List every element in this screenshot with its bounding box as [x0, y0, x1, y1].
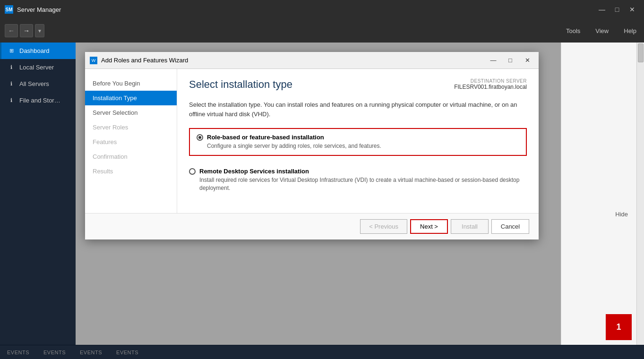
radio-remote-desktop[interactable]: [189, 168, 196, 175]
dialog-minimize-button[interactable]: —: [487, 55, 500, 66]
close-button[interactable]: ✕: [625, 2, 639, 17]
wizard-nav-installation-type[interactable]: Installation Type: [85, 91, 177, 105]
radio-role-based[interactable]: [197, 134, 203, 141]
bottom-bar-events-4: EVENTS: [116, 350, 138, 355]
bottom-bar-events-1: EVENTS: [7, 350, 29, 355]
next-button[interactable]: Next >: [410, 219, 448, 234]
sidebar-label-all-servers: All Servers: [19, 80, 49, 87]
app-icon: SM: [5, 5, 13, 14]
destination-label: DESTINATION SERVER: [454, 78, 527, 84]
wizard-nav-server-selection[interactable]: Server Selection: [85, 105, 177, 120]
minimize-button[interactable]: —: [595, 2, 609, 17]
sidebar-item-file-storage[interactable]: ℹ File and Stor…: [0, 92, 76, 109]
option-role-based-row: Role-based or feature-based installation: [197, 134, 519, 141]
dialog-footer: < Previous Next > Install Cancel: [85, 213, 539, 239]
wizard-header: Select installation type DESTINATION SER…: [189, 78, 527, 91]
dialog-content: Before You Begin Installation Type Serve…: [85, 69, 539, 213]
app-titlebar: SM Server Manager — □ ✕: [0, 0, 644, 19]
dialog-titlebar: W Add Roles and Features Wizard — □ ✕: [85, 52, 539, 69]
option-remote-desktop[interactable]: Remote Desktop Services installation Ins…: [189, 163, 527, 197]
wizard-nav-before-begin[interactable]: Before You Begin: [85, 76, 177, 91]
sidebar-label-dashboard: Dashboard: [19, 47, 50, 54]
sidebar-label-file-storage: File and Stor…: [19, 97, 60, 104]
alert-badge: 1: [606, 314, 632, 340]
server-manager-window: ← → ▼ Tools View Help ⊞ Dashboard ℹ Loca…: [0, 19, 644, 359]
file-storage-icon: ℹ: [8, 97, 15, 104]
dialog-title: Add Roles and Features Wizard: [101, 57, 483, 64]
main-layout: ⊞ Dashboard ℹ Local Server ℹ All Servers…: [0, 43, 644, 345]
option-role-based[interactable]: Role-based or feature-based installation…: [189, 128, 527, 156]
forward-button[interactable]: →: [20, 24, 33, 37]
back-button[interactable]: ←: [5, 24, 18, 37]
option-role-based-content: Role-based or feature-based installation: [207, 134, 324, 141]
sidebar-item-local-server[interactable]: ℹ Local Server: [0, 59, 76, 76]
help-menu[interactable]: Help: [621, 26, 639, 36]
wizard-description: Select the installation type. You can in…: [189, 100, 527, 119]
option-remote-desktop-desc: Install required role services for Virtu…: [199, 176, 527, 192]
bottom-bar-events-2: EVENTS: [43, 350, 66, 355]
right-panel: Hide 1: [561, 43, 636, 345]
top-nav-right: Tools View Help: [563, 26, 639, 36]
wizard-nav-server-roles: Server Roles: [85, 120, 177, 135]
sidebar-item-all-servers[interactable]: ℹ All Servers: [0, 76, 76, 92]
maximize-button[interactable]: □: [610, 2, 624, 17]
sidebar-label-local-server: Local Server: [19, 64, 54, 71]
bottom-bar-events-3: EVENTS: [80, 350, 102, 355]
view-menu[interactable]: View: [592, 26, 611, 36]
sidebar: ⊞ Dashboard ℹ Local Server ℹ All Servers…: [0, 43, 76, 345]
hide-button[interactable]: Hide: [611, 209, 632, 220]
previous-button[interactable]: < Previous: [360, 219, 407, 234]
option-role-based-desc: Configure a single server by adding role…: [207, 142, 519, 150]
wizard-nav: Before You Begin Installation Type Serve…: [85, 69, 177, 213]
nav-arrows: ← → ▼: [5, 24, 44, 37]
wizard-nav-results: Results: [85, 164, 177, 179]
sidebar-item-dashboard[interactable]: ⊞ Dashboard: [0, 43, 76, 59]
cancel-button[interactable]: Cancel: [491, 219, 529, 234]
titlebar-controls: — □ ✕: [595, 2, 639, 17]
destination-server: DESTINATION SERVER FILESRV001.firatboyan…: [454, 78, 527, 90]
dialog-overlay: W Add Roles and Features Wizard — □ ✕ Be…: [76, 43, 561, 345]
tools-menu[interactable]: Tools: [563, 26, 583, 36]
wizard-title: Select installation type: [189, 78, 292, 91]
wizard-dialog: W Add Roles and Features Wizard — □ ✕ Be…: [85, 52, 539, 239]
option-remote-desktop-title: Remote Desktop Services installation: [199, 168, 309, 175]
app-title: Server Manager: [17, 6, 595, 13]
dialog-maximize-button[interactable]: □: [504, 55, 517, 66]
option-remote-desktop-row: Remote Desktop Services installation: [189, 168, 527, 175]
wizard-nav-confirmation: Confirmation: [85, 149, 177, 164]
top-nav: ← → ▼ Tools View Help: [0, 19, 644, 43]
local-server-icon: ℹ: [8, 64, 15, 71]
all-servers-icon: ℹ: [8, 81, 15, 87]
scrollbar[interactable]: [636, 43, 644, 345]
content-area: W Add Roles and Features Wizard — □ ✕ Be…: [76, 43, 561, 345]
scroll-thumb[interactable]: [638, 43, 644, 62]
install-button[interactable]: Install: [451, 219, 489, 234]
dashboard-icon: ⊞: [8, 48, 15, 54]
dialog-close-button[interactable]: ✕: [521, 55, 534, 66]
option-remote-desktop-content: Remote Desktop Services installation: [199, 168, 309, 175]
destination-server-name: FILESRV001.firatboyan.local: [454, 84, 527, 90]
dialog-icon: W: [90, 57, 97, 64]
bottom-bar: EVENTS EVENTS EVENTS EVENTS: [0, 345, 644, 359]
wizard-nav-features: Features: [85, 135, 177, 149]
nav-dropdown-button[interactable]: ▼: [35, 24, 44, 37]
wizard-main: Select installation type DESTINATION SER…: [177, 69, 539, 213]
option-role-based-title: Role-based or feature-based installation: [207, 134, 324, 141]
